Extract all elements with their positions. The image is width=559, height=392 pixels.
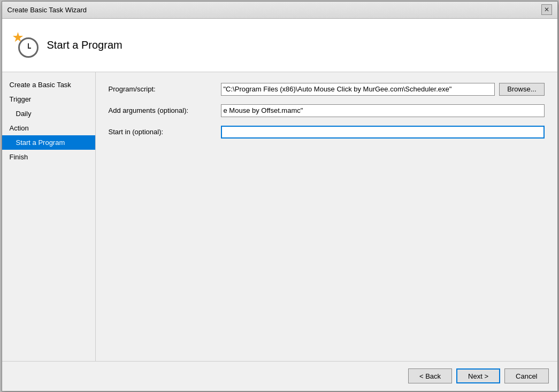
content-area: Create a Basic Task Trigger Daily Action… — [2, 72, 557, 361]
back-button[interactable]: < Back — [408, 368, 452, 383]
program-script-label: Program/script: — [109, 85, 216, 93]
clock-icon — [18, 37, 39, 58]
next-button[interactable]: Next > — [456, 368, 500, 383]
add-arguments-row: Add arguments (optional): — [109, 104, 545, 117]
start-in-row: Start in (optional): — [109, 126, 545, 139]
header-area: Start a Program — [2, 19, 557, 72]
sidebar-item-create-basic-task[interactable]: Create a Basic Task — [2, 78, 95, 92]
add-arguments-input-group — [221, 104, 545, 117]
sidebar-item-finish[interactable]: Finish — [2, 150, 95, 164]
add-arguments-label: Add arguments (optional): — [109, 106, 216, 114]
program-script-input-group: Browse... — [221, 83, 545, 96]
clock-hands — [23, 42, 34, 53]
sidebar: Create a Basic Task Trigger Daily Action… — [2, 72, 96, 361]
program-script-row: Program/script: Browse... — [109, 83, 545, 96]
program-script-input[interactable] — [221, 83, 495, 96]
sidebar-item-start-a-program[interactable]: Start a Program — [2, 135, 95, 150]
dialog-title: Create Basic Task Wizard — [7, 6, 87, 14]
title-bar: Create Basic Task Wizard ✕ — [2, 2, 557, 19]
dialog: Create Basic Task Wizard ✕ Start a Progr… — [2, 1, 558, 391]
start-in-input-group — [221, 126, 545, 139]
cancel-button[interactable]: Cancel — [504, 368, 548, 383]
start-in-input[interactable] — [221, 126, 545, 139]
browse-button[interactable]: Browse... — [499, 83, 544, 96]
close-button[interactable]: ✕ — [541, 4, 552, 15]
sidebar-item-action[interactable]: Action — [2, 121, 95, 135]
main-panel: Program/script: Browse... Add arguments … — [96, 72, 557, 361]
footer: < Back Next > Cancel — [2, 361, 557, 391]
add-arguments-input[interactable] — [221, 104, 545, 117]
header-icon — [13, 32, 39, 58]
header-title: Start a Program — [47, 39, 122, 51]
sidebar-item-trigger[interactable]: Trigger — [2, 92, 95, 106]
sidebar-item-daily[interactable]: Daily — [2, 106, 95, 121]
start-in-label: Start in (optional): — [109, 128, 216, 136]
